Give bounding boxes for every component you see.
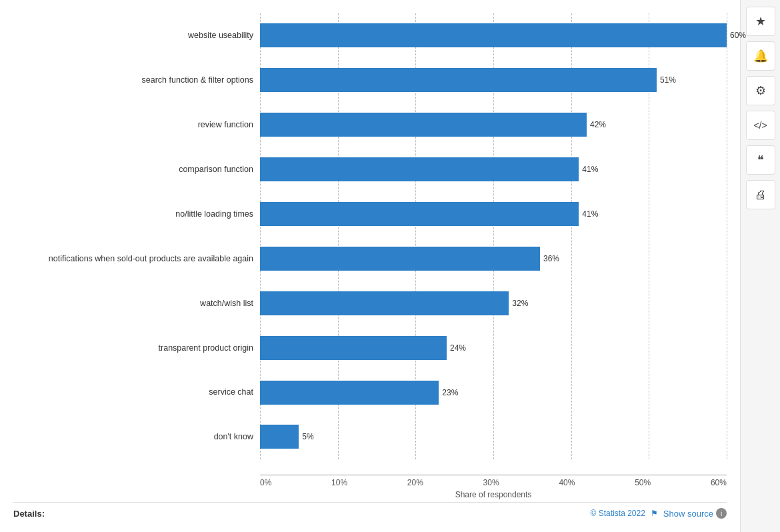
main-container: website useabilitysearch function & filt…: [0, 0, 780, 532]
bar-value-label: 41%: [582, 165, 598, 174]
cite-button[interactable]: ❝: [746, 145, 775, 175]
bars-section: 60%51%42%41%41%36%32%24%23%5%: [260, 13, 727, 459]
y-label: comparison function: [13, 164, 253, 175]
bar-value-label: 41%: [582, 209, 598, 219]
footer: Details: © Statista 2022 ⚑ Show source i: [13, 502, 727, 519]
grid-line: [727, 13, 727, 459]
chart-wrapper: website useabilitysearch function & filt…: [13, 13, 727, 499]
bar: [260, 291, 509, 315]
y-label: watch/wish list: [13, 298, 253, 309]
bar-row: 41%: [260, 157, 727, 181]
bar-row: 51%: [260, 68, 727, 92]
x-axis: 0%10%20%30%40%50%60%Share of respondents: [260, 475, 727, 499]
bar-row: 41%: [260, 202, 727, 226]
bar-value-label: 32%: [512, 299, 528, 308]
x-tick: 10%: [331, 478, 347, 487]
x-axis-label: Share of respondents: [260, 490, 727, 499]
bar: [260, 68, 657, 92]
y-label: no/little loading times: [13, 209, 253, 219]
print-button[interactable]: 🖨: [746, 180, 775, 209]
y-label: website useability: [13, 30, 253, 41]
x-tick: 20%: [407, 478, 423, 487]
statista-credit: © Statista 2022: [591, 509, 645, 518]
x-tick: 0%: [260, 478, 271, 487]
bar-row: 36%: [260, 247, 727, 271]
share-button[interactable]: </>: [746, 111, 775, 140]
notification-button[interactable]: 🔔: [746, 41, 775, 71]
y-labels: website useabilitysearch function & filt…: [13, 13, 260, 459]
bar-value-label: 5%: [302, 432, 313, 441]
show-source-label: Show source: [663, 509, 713, 519]
bar-value-label: 60%: [730, 31, 746, 40]
x-tick: 30%: [483, 478, 499, 487]
y-label: search function & filter options: [13, 75, 253, 85]
print-icon: 🖨: [755, 188, 767, 202]
bar-value-label: 51%: [660, 75, 676, 85]
settings-button[interactable]: ⚙: [746, 76, 775, 105]
x-ticks: 0%10%20%30%40%50%60%: [260, 475, 727, 487]
footer-right: © Statista 2022 ⚑ Show source i: [591, 508, 727, 519]
y-label: service chat: [13, 387, 253, 397]
info-icon: i: [716, 508, 727, 519]
y-label: notifications when sold-out products are…: [13, 253, 253, 264]
bar: [260, 425, 299, 449]
share-icon: </>: [753, 120, 767, 131]
show-source-button[interactable]: Show source i: [663, 508, 727, 519]
gear-icon: ⚙: [755, 83, 766, 98]
star-icon: ★: [755, 14, 766, 29]
bar-value-label: 24%: [450, 343, 466, 353]
chart-area: website useabilitysearch function & filt…: [0, 0, 740, 532]
bell-icon: 🔔: [753, 49, 768, 63]
y-label: don't know: [13, 431, 253, 442]
quote-icon: ❝: [757, 153, 764, 167]
y-label: review function: [13, 119, 253, 130]
bar-value-label: 42%: [590, 120, 606, 129]
bar: [260, 247, 540, 271]
bar: [260, 202, 579, 226]
bar: [260, 336, 447, 360]
footer-details-label: Details:: [13, 509, 45, 519]
x-tick: 50%: [635, 478, 651, 487]
bar: [260, 157, 579, 181]
bar: [260, 113, 587, 137]
chart-inner: website useabilitysearch function & filt…: [13, 13, 727, 459]
x-tick: 60%: [711, 478, 727, 487]
bar: [260, 381, 439, 405]
x-tick: 40%: [559, 478, 575, 487]
bar-row: 60%: [260, 23, 727, 47]
sidebar: ★ 🔔 ⚙ </> ❝ 🖨: [740, 0, 780, 532]
bar: [260, 23, 727, 47]
bookmark-button[interactable]: ★: [746, 7, 775, 36]
y-label: transparent product origin: [13, 343, 253, 353]
bar-row: 24%: [260, 336, 727, 360]
bar-value-label: 23%: [442, 388, 458, 397]
bar-row: 32%: [260, 291, 727, 315]
flag-icon: ⚑: [651, 509, 658, 518]
bar-value-label: 36%: [543, 254, 559, 263]
bar-row: 5%: [260, 425, 727, 449]
bar-row: 23%: [260, 381, 727, 405]
bar-row: 42%: [260, 113, 727, 137]
